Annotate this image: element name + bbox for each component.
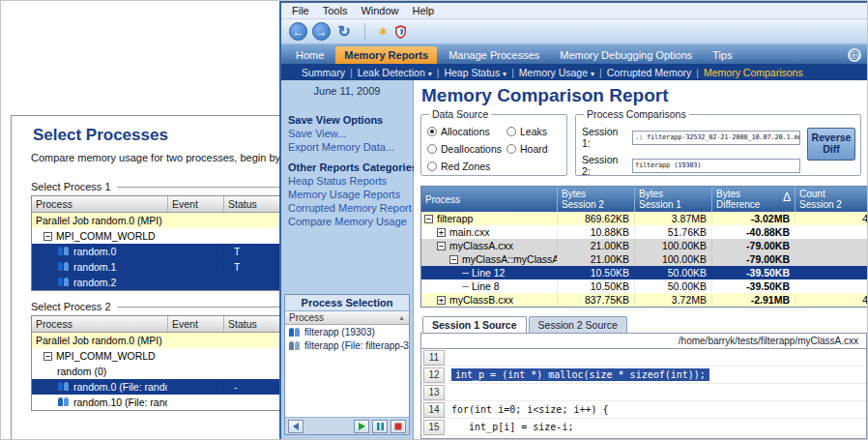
radio-red-zones[interactable]: Red Zones bbox=[427, 161, 506, 172]
source-code-view[interactable]: 11 12 int_p = (int *) malloc(size * size… bbox=[420, 349, 867, 439]
menu-tools[interactable]: Tools bbox=[316, 5, 355, 16]
process-column-header[interactable]: Process ▲ bbox=[285, 311, 409, 325]
radio-icon[interactable] bbox=[427, 127, 437, 136]
nav-memory-comparisons[interactable]: Memory Comparisons bbox=[699, 67, 808, 78]
line-number[interactable]: 11 bbox=[423, 350, 445, 366]
toolbar: ← → ↻ ✶ bbox=[281, 19, 867, 44]
nav-corrupted-memory[interactable]: Corrupted Memory bbox=[602, 67, 697, 78]
table-row[interactable]: random.1 T bbox=[32, 259, 283, 275]
back-button[interactable]: ← bbox=[289, 22, 307, 41]
line-number[interactable]: 15 bbox=[423, 420, 445, 435]
table-row[interactable]: Parallel Job random.0 (MPI) bbox=[32, 333, 283, 348]
nav-memory-usage[interactable]: Memory Usage ▾ bbox=[514, 67, 599, 78]
column-bytes-session2[interactable]: BytesSession 2 bbox=[557, 187, 634, 212]
radio-hoard[interactable]: Hoard bbox=[506, 143, 561, 155]
previous-button[interactable] bbox=[288, 420, 304, 433]
table-row[interactable]: − MPI_COMM_WORLD bbox=[32, 348, 283, 364]
source-line[interactable]: 11 bbox=[421, 349, 866, 367]
tab-memory-debugging-options[interactable]: Memory Debugging Options bbox=[551, 46, 701, 64]
table-row[interactable]: −myClassA::myClassA 21.00KB 100.00KB -79… bbox=[421, 252, 867, 266]
line-number[interactable]: 12 bbox=[423, 367, 445, 383]
nav-leak-detection[interactable]: Leak Detection ▾ bbox=[353, 67, 437, 78]
kill-button[interactable] bbox=[391, 420, 406, 433]
column-count-session2[interactable]: CountSession 2 bbox=[795, 187, 867, 212]
shield-icon[interactable] bbox=[394, 25, 407, 39]
compare-memory-usage-link[interactable]: Compare Memory Usage bbox=[281, 216, 413, 227]
radio-icon[interactable] bbox=[506, 127, 516, 136]
session2-field[interactable]: filterapp (19303) bbox=[632, 159, 800, 173]
tab-manage-processes[interactable]: Manage Processes bbox=[440, 46, 548, 64]
nav-summary[interactable]: Summary bbox=[297, 67, 350, 78]
column-bytes-session1[interactable]: BytesSession 1 bbox=[634, 187, 711, 212]
collapse-icon[interactable]: − bbox=[437, 242, 446, 250]
column-process[interactable]: Process bbox=[32, 196, 167, 212]
line-code: for(int i=0; i<size; i++) { bbox=[451, 404, 609, 415]
menu-file[interactable]: File bbox=[285, 5, 316, 16]
nav-heap-status[interactable]: Heap Status ▾ bbox=[439, 67, 511, 78]
line-number[interactable]: 14 bbox=[423, 402, 445, 418]
expand-icon[interactable]: + bbox=[437, 296, 446, 305]
radio-deallocations[interactable]: Deallocations bbox=[427, 143, 506, 155]
menu-help[interactable]: Help bbox=[406, 5, 442, 16]
memory-usage-reports-link[interactable]: Memory Usage Reports bbox=[281, 189, 413, 200]
table-row[interactable]: random (0) bbox=[32, 364, 283, 379]
table-row[interactable]: random.0 (File: random-0.mdbg) - bbox=[32, 379, 283, 395]
collapse-icon[interactable]: − bbox=[449, 255, 458, 264]
column-event[interactable]: Event bbox=[167, 196, 223, 212]
tab-memory-reports[interactable]: Memory Reports bbox=[335, 46, 437, 64]
collapse-icon[interactable]: − bbox=[424, 215, 433, 223]
sparkle-icon[interactable]: ✶ bbox=[377, 23, 390, 41]
collapse-icon[interactable]: − bbox=[43, 232, 52, 241]
save-view-link[interactable]: Save View... bbox=[281, 128, 413, 139]
table-row[interactable]: Parallel Job random.0 (MPI) bbox=[32, 213, 283, 228]
column-event[interactable]: Event bbox=[167, 316, 223, 332]
line-number[interactable]: 13 bbox=[423, 385, 445, 400]
table-row[interactable]: random.2 bbox=[32, 275, 283, 290]
table-row-selected[interactable]: Line 12 10.50KB 50.00KB -39.50KB bbox=[421, 266, 867, 279]
delta-sort-icon[interactable]: Δ bbox=[783, 192, 791, 203]
refresh-button[interactable]: ↻ bbox=[335, 22, 353, 41]
column-status[interactable]: Status bbox=[223, 196, 283, 212]
table-row[interactable]: Line 8 10.50KB 50.00KB -39.50KB bbox=[421, 279, 867, 293]
table-row[interactable]: +myClassB.cxx 837.75KB 3.72MB -2.91MB 4 bbox=[421, 293, 867, 307]
collapse-icon[interactable]: − bbox=[43, 352, 52, 361]
table-row[interactable]: random.0 T bbox=[32, 244, 283, 259]
column-bytes-difference[interactable]: BytesDifferenceΔ bbox=[711, 187, 795, 212]
tab-home[interactable]: Home bbox=[287, 46, 333, 64]
reverse-diff-button[interactable]: Reverse Diff bbox=[807, 128, 855, 161]
radio-leaks[interactable]: Leaks bbox=[506, 126, 561, 137]
menu-window[interactable]: Window bbox=[354, 5, 405, 16]
halt-button[interactable] bbox=[372, 420, 388, 433]
radio-icon[interactable] bbox=[506, 144, 516, 154]
run-button[interactable] bbox=[354, 420, 369, 433]
list-item[interactable]: filterapp (File: filterapp-32 bbox=[285, 338, 409, 352]
forward-button[interactable]: → bbox=[312, 22, 331, 41]
table-row[interactable]: −filterapp 869.62KB 3.87MB -3.02MB 4 bbox=[421, 212, 867, 225]
source-line[interactable]: 13 bbox=[421, 384, 866, 401]
tab-tips[interactable]: Tips bbox=[704, 46, 740, 64]
corrupted-memory-report-link[interactable]: Corrupted Memory Report bbox=[281, 202, 413, 214]
column-process[interactable]: Process bbox=[32, 316, 167, 332]
tab-session1-source[interactable]: Session 1 Source bbox=[422, 316, 527, 333]
source-line[interactable]: 14 for(int i=0; i<size; i++) { bbox=[421, 401, 866, 419]
session1-field[interactable]: .: filterapp-32532_02-21-2008_10.07.20.1… bbox=[632, 131, 800, 145]
list-item[interactable]: filterapp (19303) bbox=[285, 325, 409, 338]
column-process[interactable]: Process bbox=[421, 187, 557, 212]
tab-session2-source[interactable]: Session 2 Source bbox=[529, 316, 627, 333]
export-memory-data-link[interactable]: Export Memory Data... bbox=[281, 141, 413, 153]
process-file-icon bbox=[288, 341, 301, 351]
column-status[interactable]: Status bbox=[223, 316, 283, 332]
radio-icon[interactable] bbox=[427, 161, 437, 171]
source-line-selected[interactable]: 12 int_p = (int *) malloc(size * sizeof(… bbox=[421, 367, 866, 384]
expand-icon[interactable]: + bbox=[437, 228, 446, 237]
section-divider bbox=[117, 307, 280, 308]
table-row[interactable]: +main.cxx 10.88KB 51.76KB -40.88KB bbox=[421, 225, 867, 239]
heap-status-reports-link[interactable]: Heap Status Reports bbox=[281, 175, 413, 187]
radio-allocations[interactable]: Allocations bbox=[427, 126, 506, 137]
table-row[interactable]: −myClassA.cxx 21.00KB 100.00KB -79.00KB bbox=[421, 239, 867, 252]
table-row[interactable]: random.10 (File: random-10.mdbg) bbox=[32, 395, 283, 410]
process-control-bar bbox=[285, 417, 409, 434]
radio-icon[interactable] bbox=[427, 144, 437, 154]
source-line[interactable]: 15 int_p[i] = size-i; bbox=[421, 419, 866, 436]
table-row[interactable]: − MPI_COMM_WORLD bbox=[32, 228, 283, 244]
